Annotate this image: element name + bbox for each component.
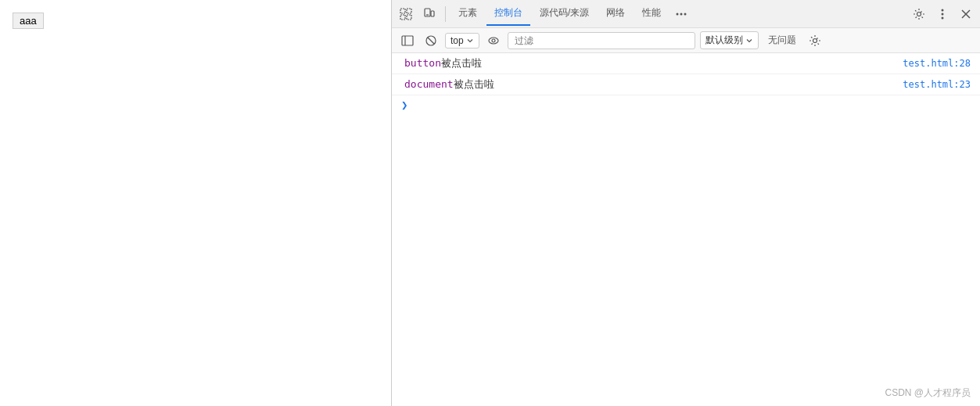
tab-source[interactable]: 源代码/来源 — [532, 2, 597, 26]
devtools-tab-bar: 元素 控制台 源代码/来源 网络 性能 — [392, 0, 980, 28]
svg-point-20 — [489, 38, 498, 44]
top-frame-selector[interactable]: top — [445, 33, 479, 49]
filter-input[interactable] — [508, 32, 695, 49]
live-expressions-icon[interactable] — [484, 31, 503, 50]
tab-elements[interactable]: 元素 — [451, 2, 485, 26]
no-issues-badge: 无问题 — [763, 32, 801, 49]
log-level-selector[interactable]: 默认级别 — [700, 31, 759, 49]
console-message-2-prefix: document — [404, 78, 454, 90]
tab-divider — [445, 6, 446, 22]
tab-performance[interactable]: 性能 — [634, 2, 669, 26]
watermark: CSDN @人才程序员 — [885, 386, 971, 400]
close-devtools-icon[interactable] — [955, 3, 977, 25]
tab-console[interactable]: 控制台 — [486, 2, 530, 26]
device-toolbar-icon[interactable] — [418, 3, 440, 25]
console-message-1: button被点击啦 — [404, 56, 482, 70]
settings-icon[interactable] — [908, 3, 930, 25]
console-settings-icon[interactable] — [806, 31, 824, 50]
clear-console-icon[interactable] — [422, 31, 440, 50]
svg-point-10 — [917, 12, 921, 16]
svg-point-8 — [680, 13, 683, 15]
svg-rect-5 — [431, 11, 434, 16]
svg-point-9 — [684, 13, 687, 15]
svg-line-19 — [428, 38, 434, 44]
page-area: aaa — [0, 0, 391, 406]
console-row-2: document被点击啦 test.html:23 — [392, 74, 980, 95]
console-message-2-suffix: 被点击啦 — [454, 78, 494, 90]
console-caret-icon[interactable]: ❯ — [401, 99, 407, 111]
console-link-2[interactable]: test.html:23 — [903, 79, 971, 90]
svg-rect-16 — [402, 36, 413, 45]
svg-point-7 — [677, 13, 679, 15]
console-row-1: button被点击啦 test.html:28 — [392, 53, 980, 74]
svg-rect-3 — [407, 15, 411, 20]
sidebar-toggle-icon[interactable] — [398, 31, 417, 50]
svg-rect-2 — [400, 15, 405, 20]
devtools-tabs-right — [908, 3, 977, 25]
more-options-icon[interactable] — [932, 3, 953, 25]
console-message-2: document被点击啦 — [404, 77, 494, 92]
console-output: button被点击啦 test.html:28 document被点击啦 tes… — [392, 53, 980, 406]
devtools-panel: 元素 控制台 源代码/来源 网络 性能 — [391, 0, 980, 406]
log-level-label: 默认级别 — [705, 34, 743, 47]
svg-point-21 — [492, 39, 495, 42]
svg-point-11 — [942, 9, 944, 11]
svg-rect-0 — [400, 9, 405, 13]
tab-network[interactable]: 网络 — [598, 2, 633, 26]
console-link-1[interactable]: test.html:28 — [903, 58, 971, 69]
console-caret-row[interactable]: ❯ — [392, 95, 980, 114]
aaa-button[interactable]: aaa — [13, 13, 44, 29]
devtools-tabs-left: 元素 控制台 源代码/来源 网络 性能 — [395, 2, 908, 26]
svg-rect-1 — [407, 9, 411, 13]
devtools-toolbar: top 默认级别 无问题 — [392, 28, 980, 53]
inspect-element-icon[interactable] — [395, 3, 417, 25]
console-message-1-prefix: button — [404, 57, 441, 69]
svg-point-12 — [942, 13, 944, 15]
svg-point-22 — [813, 38, 817, 42]
more-tabs-icon[interactable] — [670, 3, 692, 25]
console-message-1-suffix: 被点击啦 — [441, 57, 482, 69]
svg-point-13 — [942, 16, 944, 19]
top-frame-label: top — [451, 35, 464, 46]
